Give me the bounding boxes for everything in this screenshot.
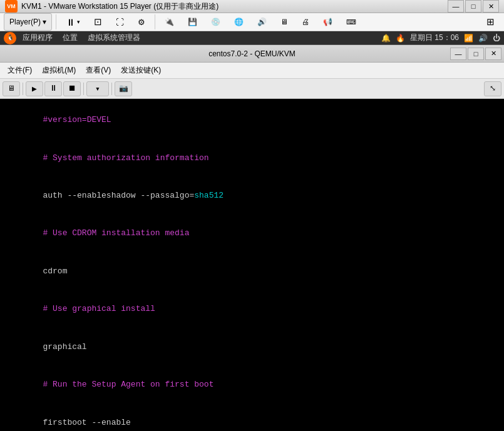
toolbar-separator-2: [155, 14, 155, 29]
vm-settings-icon: ⚙: [138, 18, 145, 27]
vmware-title: KVM1 - VMware Workstation 15 Player (仅用于…: [21, 1, 448, 12]
kvm-minimize-btn[interactable]: —: [450, 48, 466, 60]
term-text: auth --enableshadow --passalgo=: [43, 191, 194, 200]
power-icon: ⏻: [493, 34, 500, 43]
term-line-4: # Use CDROM installation media: [4, 215, 500, 252]
network-icon: 🌐: [234, 18, 244, 26]
speaker-icon: 📢: [323, 18, 332, 26]
kvm-snapshot-btn[interactable]: 📷: [115, 81, 132, 96]
pause-dropdown-icon: ▾: [77, 19, 80, 25]
kvm-toolbar-sep-3: [111, 83, 112, 95]
guest-taskbar-right: 🔔 🔥 星期日 15：06 📶 🔊 ⏻: [381, 33, 500, 43]
kvm-stop-btn[interactable]: ⏹: [63, 81, 81, 96]
vmware-window-controls: — □ ✕: [448, 0, 499, 13]
flame-icon: 🔥: [396, 34, 405, 43]
vmware-icon: VM: [5, 0, 18, 13]
term-text: # Run the Setup Agent on first boot: [43, 380, 213, 389]
vmware-window: VM KVM1 - VMware Workstation 15 Player (…: [0, 0, 504, 431]
printer-icon: 🖨: [302, 18, 309, 26]
kvm-toolbar-sep-2: [83, 83, 84, 95]
vmware-titlebar: VM KVM1 - VMware Workstation 15 Player (…: [0, 0, 504, 13]
kvm-pause-btn[interactable]: ⏸: [44, 81, 62, 96]
speaker-btn[interactable]: 📢: [317, 13, 338, 31]
term-line-6: # Use graphical install: [4, 290, 500, 328]
kvm-titlebar: centos7.0-2 - QEMU/KVM — □ ✕: [0, 45, 504, 63]
term-text: # System authorization information: [43, 153, 208, 163]
vmware-maximize-btn[interactable]: □: [465, 0, 481, 13]
kvm-monitor-btn[interactable]: 🖥: [3, 81, 20, 96]
usb-btn[interactable]: 🔌: [159, 13, 180, 31]
kvm-menubar: 文件(F) 虚拟机(M) 查看(V) 发送按键(K): [0, 63, 504, 79]
vm-settings-btn[interactable]: ⚙: [132, 13, 151, 31]
hdd-btn[interactable]: 💾: [182, 13, 203, 31]
unity-btn[interactable]: ⊞: [481, 13, 500, 31]
vmware-minimize-btn[interactable]: —: [448, 0, 464, 13]
kvm-resize-icon: ⤡: [490, 84, 496, 93]
network-status-icon: 📶: [464, 34, 473, 43]
kvm-stop-icon: ⏹: [68, 84, 76, 93]
terminal-content[interactable]: #version=DEVEL # System authorization in…: [0, 99, 504, 431]
kvm-view-menu[interactable]: 查看(V): [81, 64, 116, 77]
kvm-close-btn[interactable]: ✕: [485, 48, 501, 60]
kvm-window: centos7.0-2 - QEMU/KVM — □ ✕ 文件(F) 虚拟机(M…: [0, 45, 504, 431]
clock: 星期日 15：06: [410, 33, 459, 43]
kvm-vm-menu[interactable]: 虚拟机(M): [37, 64, 81, 77]
kvm-toolbar-sep: [23, 83, 23, 95]
vmware-close-btn[interactable]: ✕: [483, 0, 499, 13]
term-text: firstboot --enable: [43, 418, 130, 427]
pause-btn[interactable]: ⏸ ▾: [60, 13, 86, 31]
kvm-resize-btn[interactable]: ⤡: [484, 81, 501, 96]
kvm-toolbar: 🖥 ▶ ⏸ ⏹ ▾ 📷 ⤡: [0, 79, 504, 99]
term-text: # Use graphical install: [43, 304, 155, 313]
applications-menu[interactable]: 应用程序: [19, 31, 56, 44]
kvm-pause-icon: ⏸: [49, 84, 58, 93]
toolbar-separator: [56, 14, 56, 29]
places-menu[interactable]: 位置: [59, 31, 81, 44]
fullscreen-icon: ⛶: [116, 18, 124, 27]
term-line-1: #version=DEVEL: [4, 101, 500, 139]
dvd-icon: 💿: [211, 18, 220, 26]
player-menu-btn[interactable]: Player(P) ▾: [4, 13, 52, 31]
hdd-icon: 💾: [188, 18, 197, 26]
kvm-dropdown-btn[interactable]: ▾: [86, 81, 109, 96]
term-line-5: cdrom: [4, 253, 500, 290]
display-btn[interactable]: 🖥: [275, 13, 294, 31]
dvd-btn[interactable]: 💿: [205, 13, 226, 31]
kvm-send-key-menu[interactable]: 发送按键(K): [116, 64, 166, 77]
fullscreen-btn[interactable]: ⛶: [110, 13, 130, 31]
pause-icon: ⏸: [66, 17, 75, 28]
term-line-8: # Run the Setup Agent on first boot: [4, 366, 500, 403]
printer-btn[interactable]: 🖨: [296, 13, 315, 31]
term-line-9: firstboot --enable: [4, 403, 500, 431]
vmware-toolbar: Player(P) ▾ ⏸ ▾ ⊡ ⛶ ⚙ 🔌 💾 💿 🌐 🔊 🖥 🖨 📢 ⌨ …: [0, 13, 504, 31]
ctrl-alt-del-icon: ⌨: [346, 18, 356, 26]
guest-top-taskbar: 🐧 应用程序 位置 虚拟系统管理器 🔔 🔥 星期日 15：06 📶 🔊 ⏻: [0, 31, 504, 45]
usb-icon: 🔌: [165, 18, 174, 26]
term-line-7: graphical: [4, 328, 500, 366]
display-icon: 🖥: [280, 18, 288, 26]
kvm-dropdown-icon: ▾: [95, 84, 100, 94]
kvm-file-menu[interactable]: 文件(F): [3, 64, 37, 77]
volume-icon: 🔊: [478, 34, 488, 43]
kvm-window-controls: — □ ✕: [450, 48, 501, 60]
kvm-monitor-icon: 🖥: [8, 84, 15, 93]
snapshot-btn[interactable]: ⊡: [88, 13, 108, 31]
sound-icon: 🔊: [257, 18, 267, 26]
term-text: # Use CDROM installation media: [43, 228, 189, 238]
virtual-manager-menu[interactable]: 虚拟系统管理器: [84, 31, 144, 44]
kvm-snapshot-icon: 📷: [119, 84, 128, 93]
term-text: graphical: [43, 342, 86, 352]
sound-btn[interactable]: 🔊: [252, 13, 272, 31]
guest-app-menu: 🐧 应用程序 位置 虚拟系统管理器: [4, 31, 144, 44]
term-text: cdrom: [43, 266, 67, 276]
kvm-play-btn[interactable]: ▶: [26, 81, 43, 96]
ctrl-alt-del-btn[interactable]: ⌨: [341, 13, 362, 31]
kvm-play-icon: ▶: [32, 84, 37, 94]
guest-os-icon: 🐧: [4, 32, 16, 44]
network-btn[interactable]: 🌐: [229, 13, 249, 31]
kvm-maximize-btn[interactable]: □: [468, 48, 484, 60]
kvm-title: centos7.0-2 - QEMU/KVM: [208, 49, 296, 58]
term-line-3: auth --enableshadow --passalgo=sha512: [4, 177, 500, 215]
term-line-2: # System authorization information: [4, 139, 500, 176]
term-text: #version=DEVEL: [43, 115, 111, 124]
